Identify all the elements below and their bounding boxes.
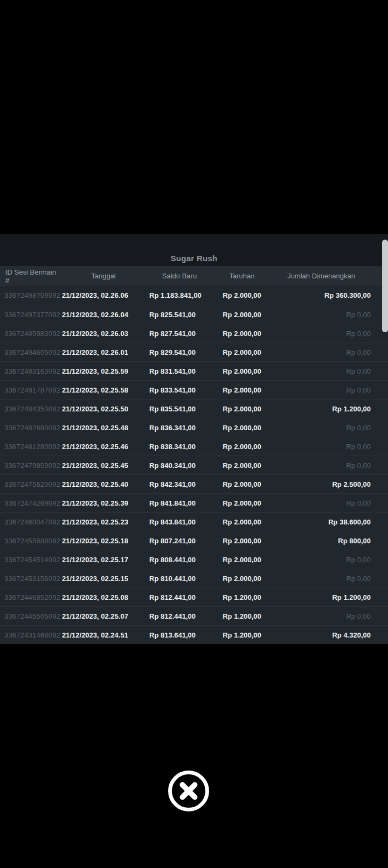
- win-cell: Rp 0,00: [272, 386, 371, 394]
- win-cell: Rp 2.500,00: [272, 480, 371, 488]
- date-cell: 21/12/2023, 02.25.18: [60, 537, 147, 545]
- win-cell: Rp 0,00: [272, 575, 371, 583]
- bet-cell: Rp 2.000,00: [212, 386, 272, 394]
- bet-cell: Rp 2.000,00: [212, 443, 272, 451]
- win-cell: Rp 0,00: [272, 367, 371, 375]
- session-id-cell: 33672475620092: [0, 480, 60, 488]
- balance-cell: Rp 810.441,00: [147, 575, 212, 583]
- win-cell: Rp 0,00: [272, 612, 371, 620]
- date-cell: 21/12/2023, 02.25.59: [60, 367, 147, 375]
- date-cell: 21/12/2023, 02.25.46: [60, 443, 147, 451]
- balance-cell: Rp 833.541,00: [147, 386, 212, 394]
- session-id-cell: 33672497377092: [0, 311, 60, 319]
- date-cell: 21/12/2023, 02.25.23: [60, 518, 147, 526]
- header-new-balance: Saldo Baru: [147, 272, 212, 280]
- table-row: 33672431468092 21/12/2023, 02.24.51 Rp 8…: [0, 625, 388, 644]
- table-row: 33672497377092 21/12/2023, 02.26.04 Rp 8…: [0, 305, 388, 324]
- bet-cell: Rp 1.200,00: [212, 631, 272, 639]
- session-id-cell: 33672453156092: [0, 575, 60, 583]
- win-cell: Rp 0,00: [272, 499, 371, 507]
- table-row: 33672475620092 21/12/2023, 02.25.40 Rp 8…: [0, 474, 388, 493]
- x-circle-icon: [168, 770, 210, 812]
- date-cell: 21/12/2023, 02.24.51: [60, 631, 147, 639]
- table-row: 33672446852092 21/12/2023, 02.25.08 Rp 8…: [0, 587, 388, 606]
- balance-cell: Rp 812.441,00: [147, 612, 212, 620]
- win-cell: Rp 0,00: [272, 556, 371, 564]
- table-row: 33672453156092 21/12/2023, 02.25.15 Rp 8…: [0, 569, 388, 587]
- table-row: 33672474269092 21/12/2023, 02.25.39 Rp 8…: [0, 493, 388, 512]
- history-table-body: 33672498709092 21/12/2023, 02.26.06 Rp 1…: [0, 286, 388, 644]
- balance-cell: Rp 838.341,00: [147, 443, 212, 451]
- balance-cell: Rp 843.841,00: [147, 518, 212, 526]
- balance-cell: Rp 825.541,00: [147, 311, 212, 319]
- bet-cell: Rp 2.000,00: [212, 480, 272, 488]
- date-cell: 21/12/2023, 02.25.48: [60, 424, 147, 432]
- bet-cell: Rp 2.000,00: [212, 405, 272, 413]
- scrollbar-thumb[interactable]: [382, 240, 388, 332]
- table-row: 33672484350092 21/12/2023, 02.25.50 Rp 8…: [0, 399, 388, 418]
- session-id-cell: 33672481280092: [0, 443, 60, 451]
- game-history-modal: Sugar Rush ID Sesi Bermain # Tanggal Sal…: [0, 234, 388, 644]
- close-button[interactable]: [168, 770, 210, 812]
- date-cell: 21/12/2023, 02.25.39: [60, 499, 147, 507]
- session-id-cell: 33672446852092: [0, 593, 60, 601]
- balance-cell: Rp 831.541,00: [147, 367, 212, 375]
- game-title: Sugar Rush: [170, 254, 217, 263]
- win-cell: Rp 0,00: [272, 348, 371, 356]
- bet-cell: Rp 2.000,00: [212, 499, 272, 507]
- win-cell: Rp 0,00: [272, 424, 371, 432]
- win-cell: Rp 0,00: [272, 461, 371, 470]
- win-cell: Rp 0,00: [272, 311, 371, 319]
- date-cell: 21/12/2023, 02.25.15: [60, 575, 147, 583]
- session-id-cell: 33672431468092: [0, 631, 60, 639]
- table-row: 33672479859092 21/12/2023, 02.25.45 Rp 8…: [0, 456, 388, 474]
- session-id-cell: 33672455888092: [0, 537, 60, 545]
- table-row: 33672493163092 21/12/2023, 02.25.59 Rp 8…: [0, 361, 388, 380]
- session-id-cell: 33672491787092: [0, 386, 60, 394]
- table-row: 33672494605092 21/12/2023, 02.26.01 Rp 8…: [0, 342, 388, 361]
- date-cell: 21/12/2023, 02.25.45: [60, 461, 147, 470]
- bet-cell: Rp 2.000,00: [212, 348, 272, 356]
- balance-cell: Rp 827.541,00: [147, 330, 212, 338]
- table-row: 33672495983092 21/12/2023, 02.26.03 Rp 8…: [0, 324, 388, 342]
- win-cell: Rp 360.300,00: [272, 291, 371, 299]
- header-bet: Taruhan: [212, 272, 272, 280]
- balance-cell: Rp 813.641,00: [147, 631, 212, 639]
- date-cell: 21/12/2023, 02.26.03: [60, 330, 147, 338]
- session-id-cell: 33672479859092: [0, 461, 60, 470]
- date-cell: 21/12/2023, 02.25.40: [60, 480, 147, 488]
- bet-cell: Rp 2.000,00: [212, 537, 272, 545]
- balance-cell: Rp 840.341,00: [147, 461, 212, 470]
- table-row: 33672454514092 21/12/2023, 02.25.17 Rp 8…: [0, 550, 388, 569]
- bet-cell: Rp 2.000,00: [212, 311, 272, 319]
- win-cell: Rp 0,00: [272, 443, 371, 451]
- balance-cell: Rp 808.441,00: [147, 556, 212, 564]
- win-cell: Rp 4.320,00: [272, 631, 371, 639]
- session-id-cell: 33672493163092: [0, 367, 60, 375]
- modal-titlebar: Sugar Rush: [0, 234, 388, 266]
- bet-cell: Rp 2.000,00: [212, 518, 272, 526]
- date-cell: 21/12/2023, 02.25.17: [60, 556, 147, 564]
- session-id-cell: 33672460047092: [0, 518, 60, 526]
- balance-cell: Rp 1.183.841,00: [147, 291, 212, 299]
- bet-cell: Rp 2.000,00: [212, 461, 272, 470]
- table-row: 33672445505092 21/12/2023, 02.25.07 Rp 8…: [0, 606, 388, 625]
- header-session-id: ID Sesi Bermain #: [0, 268, 60, 284]
- session-id-cell: 33672484350092: [0, 405, 60, 413]
- balance-cell: Rp 812.441,00: [147, 593, 212, 601]
- date-cell: 21/12/2023, 02.25.07: [60, 612, 147, 620]
- header-date: Tanggal: [60, 272, 147, 280]
- bet-cell: Rp 2.000,00: [212, 330, 272, 338]
- balance-cell: Rp 836.341,00: [147, 424, 212, 432]
- win-cell: Rp 1.200,00: [272, 405, 371, 413]
- bet-cell: Rp 2.000,00: [212, 556, 272, 564]
- bet-cell: Rp 2.000,00: [212, 424, 272, 432]
- session-id-cell: 33672495983092: [0, 330, 60, 338]
- date-cell: 21/12/2023, 02.25.58: [60, 386, 147, 394]
- balance-cell: Rp 835.541,00: [147, 405, 212, 413]
- table-row: 33672455888092 21/12/2023, 02.25.18 Rp 8…: [0, 531, 388, 550]
- session-id-cell: 33672494605092: [0, 348, 60, 356]
- date-cell: 21/12/2023, 02.26.04: [60, 311, 147, 319]
- session-id-cell: 33672445505092: [0, 612, 60, 620]
- win-cell: Rp 0,00: [272, 330, 371, 338]
